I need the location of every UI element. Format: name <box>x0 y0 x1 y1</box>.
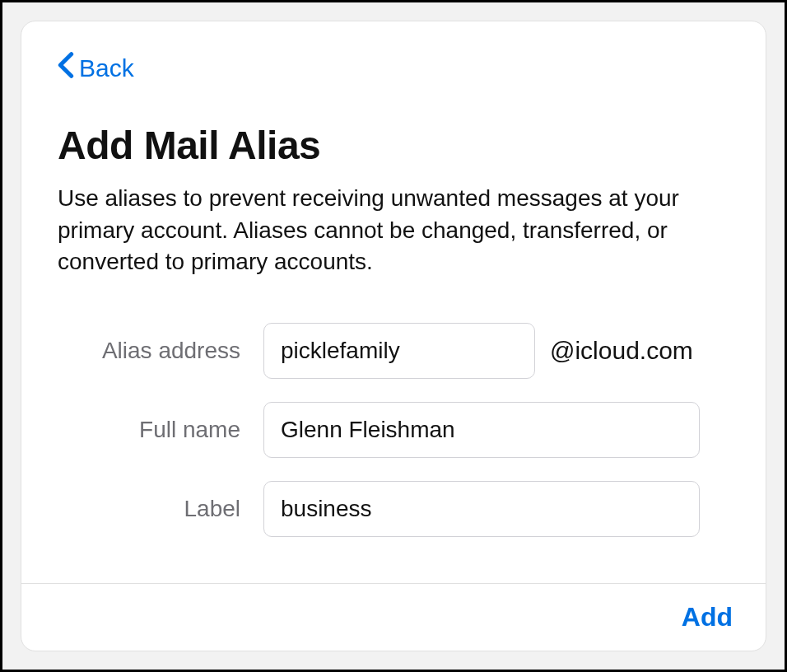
alias-form: Alias address @icloud.com Full name Labe… <box>58 323 729 537</box>
full-name-input[interactable] <box>263 402 700 458</box>
form-row-label: Label <box>58 481 729 537</box>
add-button[interactable]: Add <box>682 602 733 632</box>
form-row-fullname: Full name <box>58 402 729 458</box>
dialog-footer: Add <box>21 583 766 651</box>
dialog-body: Back Add Mail Alias Use aliases to preve… <box>21 21 766 583</box>
full-name-label: Full name <box>58 417 263 443</box>
label-input[interactable] <box>263 481 700 537</box>
dialog-card: Back Add Mail Alias Use aliases to preve… <box>21 21 766 651</box>
chevron-left-icon <box>58 51 74 85</box>
back-button[interactable]: Back <box>58 51 134 85</box>
alias-address-input[interactable] <box>263 323 535 379</box>
alias-address-label: Alias address <box>58 338 263 364</box>
alias-domain-suffix: @icloud.com <box>550 337 693 365</box>
page-description: Use aliases to prevent receiving unwante… <box>58 183 729 278</box>
label-field-label: Label <box>58 496 263 522</box>
back-button-label: Back <box>79 54 134 82</box>
page-title: Add Mail Alias <box>58 123 729 168</box>
form-row-alias: Alias address @icloud.com <box>58 323 729 379</box>
